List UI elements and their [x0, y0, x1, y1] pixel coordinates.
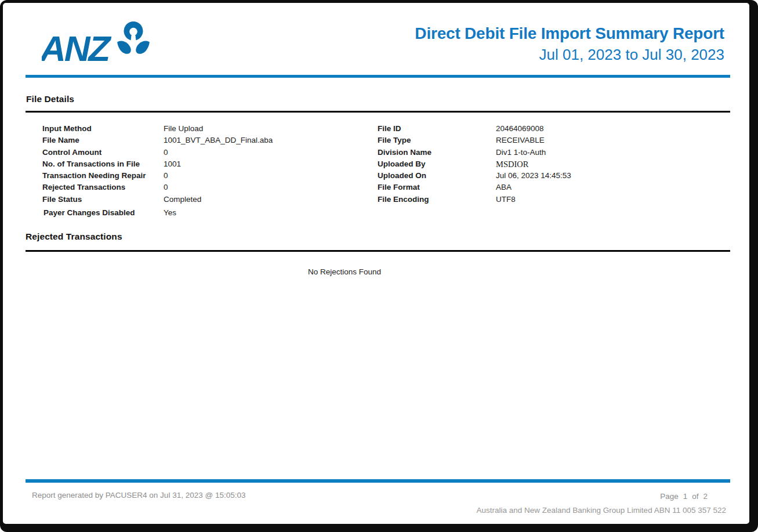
detail-row: File Name 1001_BVT_ABA_DD_Final.aba — [26, 136, 378, 147]
anz-lotus-icon — [117, 21, 150, 54]
detail-value: 0 — [164, 148, 378, 157]
detail-value: ABA — [496, 183, 730, 191]
detail-row: Payer Changes Disabled Yes — [26, 208, 378, 220]
detail-label: Rejected Transactions — [26, 183, 164, 191]
of-label: of — [692, 492, 698, 501]
detail-value: RECEIVABLE — [496, 136, 730, 144]
detail-label: Input Method — [26, 124, 164, 133]
detail-label: No. of Transactions in File — [26, 160, 164, 168]
detail-value: 20464069008 — [496, 124, 730, 133]
rejected-transactions-divider — [26, 250, 730, 252]
detail-label: Division Name — [378, 148, 496, 157]
detail-value: Yes — [164, 208, 378, 217]
detail-row: File Encoding UTF8 — [378, 195, 730, 207]
detail-label: File Format — [378, 183, 496, 191]
detail-label: File Status — [26, 195, 164, 204]
detail-value: 0 — [164, 183, 378, 191]
report-header: Direct Debit File Import Summary Report … — [415, 24, 724, 64]
detail-row: No. of Transactions in File 1001 — [26, 160, 378, 171]
file-details-divider — [26, 111, 730, 113]
detail-label: File Name — [26, 136, 164, 144]
page-indicator: Page 1 of 2 — [660, 492, 708, 501]
detail-value: Completed — [164, 195, 378, 204]
anz-logo: ANZ — [42, 21, 152, 77]
detail-row: File Type RECEIVABLE — [378, 136, 730, 147]
detail-label: File Type — [378, 136, 496, 144]
detail-value: 1001_BVT_ABA_DD_Final.aba — [164, 136, 378, 144]
detail-label: File ID — [378, 124, 496, 133]
detail-value: 0 — [164, 171, 378, 180]
no-rejections-message: No Rejections Found — [26, 267, 663, 276]
company-abn-text: Australia and New Zealand Banking Group … — [476, 506, 726, 515]
report-page: ANZ Direct Debit File Import Summary Rep… — [0, 0, 758, 532]
detail-label: Uploaded On — [378, 171, 496, 180]
footer-divider — [26, 479, 730, 483]
report-generated-text: Report generated by PACUSER4 on Jul 31, … — [32, 491, 245, 500]
detail-row: Input Method File Upload — [26, 124, 378, 136]
total-pages: 2 — [703, 492, 708, 501]
file-details-heading: File Details — [26, 94, 74, 104]
report-date-range: Jul 01, 2023 to Jul 30, 2023 — [415, 46, 724, 64]
anz-wordmark: ANZ — [42, 28, 112, 68]
detail-label: Uploaded By — [378, 160, 496, 168]
detail-row: Rejected Transactions 0 — [26, 183, 378, 194]
detail-label: Transaction Needing Repair — [26, 171, 164, 180]
detail-value: UTF8 — [496, 195, 730, 204]
detail-row: File Format ABA — [378, 183, 730, 194]
header-divider — [26, 75, 730, 78]
rejected-transactions-heading: Rejected Transactions — [26, 231, 122, 242]
report-content: ANZ Direct Debit File Import Summary Rep… — [0, 0, 758, 532]
detail-value: Div1 1-to-Auth — [496, 148, 730, 157]
detail-row: File Status Completed — [26, 195, 378, 207]
detail-row: Transaction Needing Repair 0 — [26, 171, 378, 183]
detail-row: Uploaded On Jul 06, 2023 14:45:53 — [378, 171, 730, 183]
detail-value: MSDIOR — [496, 160, 730, 169]
file-details-right-column: File ID 20464069008 File Type RECEIVABLE… — [378, 124, 730, 220]
page-label: Page — [660, 492, 679, 501]
detail-label: Control Amount — [26, 148, 164, 157]
page-number: 1 — [683, 492, 688, 501]
detail-label: Payer Changes Disabled — [26, 208, 164, 217]
detail-label: File Encoding — [378, 195, 496, 204]
detail-row: Division Name Div1 1-to-Auth — [378, 148, 730, 160]
detail-value: 1001 — [164, 160, 378, 168]
detail-value: File Upload — [164, 124, 378, 133]
file-details-left-column: Input Method File Upload File Name 1001_… — [26, 124, 378, 220]
file-details-table: Input Method File Upload File Name 1001_… — [26, 124, 730, 220]
page-title: Direct Debit File Import Summary Report — [415, 24, 724, 43]
detail-row: File ID 20464069008 — [378, 124, 730, 136]
detail-row: Uploaded By MSDIOR — [378, 160, 730, 171]
detail-value: Jul 06, 2023 14:45:53 — [496, 171, 730, 180]
detail-row: Control Amount 0 — [26, 148, 378, 160]
